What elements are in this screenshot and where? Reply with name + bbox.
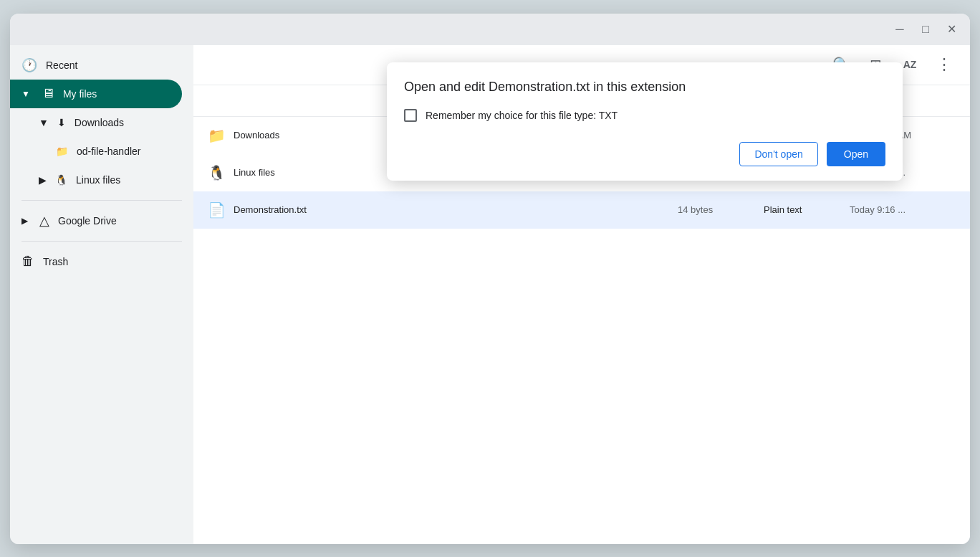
sidebar-item-od-label: od-file-handler — [77, 146, 141, 157]
maximize-icon: □ — [922, 23, 929, 36]
drive-icon: △ — [39, 213, 49, 229]
sidebar-item-recent[interactable]: 🕐 Recent — [10, 51, 182, 80]
file-date: Today 9:16 ... — [850, 204, 964, 215]
remember-choice-label: Remember my choice for this file type: T… — [426, 110, 618, 121]
downloads-icon: ⬇ — [57, 117, 66, 128]
myfiles-chevron-icon: ▼ — [21, 89, 30, 99]
drive-chevron-icon: ▶ — [21, 216, 28, 226]
more-options-button[interactable]: ⋮ — [930, 50, 959, 79]
remember-choice-checkbox[interactable] — [404, 109, 417, 122]
myfiles-icon: 🖥 — [42, 86, 54, 101]
sidebar-item-trash-label: Trash — [43, 256, 68, 267]
sidebar-item-trash[interactable]: 🗑 Trash — [10, 247, 182, 276]
file-icon: 📁 — [199, 127, 234, 144]
dialog-actions: Don't open Open — [404, 142, 885, 166]
sidebar-divider-1 — [21, 200, 182, 201]
sidebar-item-od-file-handler[interactable]: 📁 od-file-handler — [10, 137, 193, 166]
table-row[interactable]: 📄 Demonstration.txt 14 bytes Plain text … — [193, 191, 970, 229]
sidebar-item-recent-label: Recent — [46, 59, 77, 71]
sidebar-item-google-drive[interactable]: ▶ △ Google Drive — [10, 206, 182, 235]
recent-icon: 🕐 — [21, 57, 37, 73]
trash-icon: 🗑 — [21, 254, 34, 269]
sidebar-item-downloads[interactable]: ▼ ⬇ Downloads — [10, 108, 193, 137]
sidebar-item-myfiles[interactable]: ▼ 🖥 My files — [10, 80, 182, 108]
close-button[interactable]: ✕ — [941, 19, 961, 39]
linux-chevron-icon: ▶ — [39, 174, 47, 186]
sidebar-item-myfiles-label: My files — [63, 88, 97, 100]
title-bar: ─ □ ✕ — [10, 14, 970, 45]
downloads-chevron-icon: ▼ — [39, 117, 49, 128]
file-icon: 🐧 — [199, 164, 234, 181]
minimize-icon: ─ — [895, 23, 903, 36]
dont-open-button[interactable]: Don't open — [739, 142, 817, 166]
close-icon: ✕ — [947, 22, 956, 36]
sidebar-item-linux-files[interactable]: ▶ 🐧 Linux files — [10, 166, 193, 194]
sidebar: 🕐 Recent ▼ 🖥 My files ▼ ⬇ Downloads 📁 od… — [10, 45, 193, 544]
minimize-button[interactable]: ─ — [890, 19, 910, 39]
file-icon: 📄 — [199, 201, 234, 219]
more-icon: ⋮ — [936, 55, 952, 74]
app-window: ─ □ ✕ 🕐 Recent ▼ 🖥 My files ▼ — [10, 14, 970, 544]
dialog-title: Open and edit Demonstration.txt in this … — [404, 80, 885, 95]
sidebar-item-downloads-label: Downloads — [75, 117, 124, 128]
linux-icon: 🐧 — [55, 174, 67, 186]
file-name: Demonstration.txt — [234, 204, 678, 215]
dialog-checkbox-row: Remember my choice for this file type: T… — [404, 109, 885, 122]
open-button[interactable]: Open — [827, 142, 885, 166]
sidebar-item-linux-label: Linux files — [76, 174, 120, 186]
open-file-dialog: Open and edit Demonstration.txt in this … — [387, 62, 903, 181]
sort-icon: AZ — [903, 59, 917, 70]
folder-icon: 📁 — [56, 146, 68, 157]
file-type: Plain text — [764, 204, 850, 215]
sidebar-item-drive-label: Google Drive — [58, 215, 117, 227]
sidebar-divider-2 — [21, 241, 182, 242]
maximize-button[interactable]: □ — [916, 19, 936, 39]
file-size: 14 bytes — [678, 204, 764, 215]
